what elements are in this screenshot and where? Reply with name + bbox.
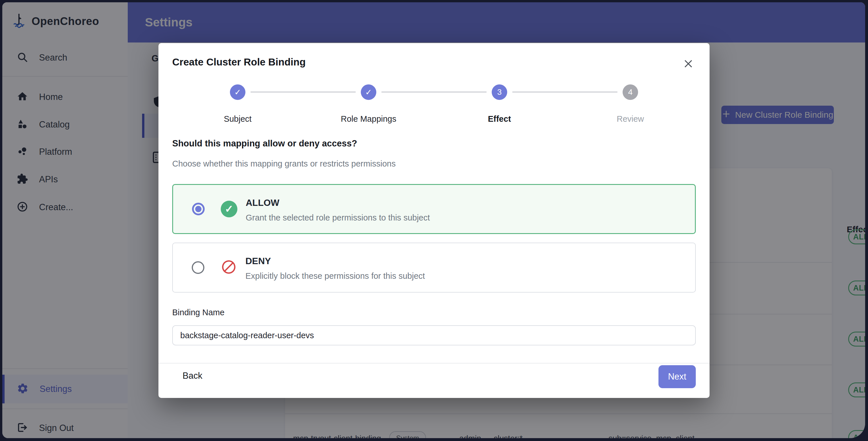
step-role-mappings: ✓ Role Mappings	[303, 84, 434, 124]
deny-option-description: Explicitly block these permissions for t…	[245, 271, 425, 281]
close-icon[interactable]	[680, 56, 696, 72]
step-effect: 3 Effect	[434, 84, 565, 124]
back-button[interactable]: Back	[181, 371, 204, 381]
effect-hint: Choose whether this mapping grants or re…	[172, 159, 396, 169]
step-review: 4 Review	[565, 84, 696, 124]
deny-option-title: DENY	[245, 256, 271, 266]
step-number-circle: 4	[623, 84, 638, 100]
step-label: Review	[565, 114, 696, 124]
footer-divider	[158, 363, 710, 363]
step-label: Effect	[434, 114, 565, 124]
step-label: Role Mappings	[303, 114, 434, 124]
step-check-circle: ✓	[361, 84, 376, 100]
step-subject: ✓ Subject	[172, 84, 303, 124]
next-button[interactable]: Next	[658, 365, 696, 388]
allow-option-title: ALLOW	[246, 198, 279, 208]
effect-question: Should this mapping allow or deny access…	[172, 138, 357, 149]
binding-name-input[interactable]	[172, 325, 696, 345]
allow-option[interactable]: ✓ ALLOW Grant the selected role permissi…	[172, 184, 696, 234]
step-label: Subject	[172, 114, 303, 124]
modal-title: Create Cluster Role Binding	[172, 56, 306, 68]
deny-radio[interactable]	[192, 261, 205, 274]
step-number-circle: 3	[492, 84, 507, 100]
allow-radio[interactable]	[192, 203, 205, 215]
allow-option-description: Grant the selected role permissions to t…	[246, 213, 430, 223]
deny-option[interactable]: DENY Explicitly block these permissions …	[172, 243, 696, 293]
screen: OpenChoreo Search Home	[0, 0, 868, 441]
deny-block-icon	[221, 259, 237, 276]
allow-check-icon: ✓	[221, 201, 237, 217]
binding-name-label: Binding Name	[172, 308, 224, 317]
create-cluster-role-binding-modal: Create Cluster Role Binding ✓ Subject ✓ …	[158, 43, 710, 398]
step-check-circle: ✓	[230, 84, 245, 100]
